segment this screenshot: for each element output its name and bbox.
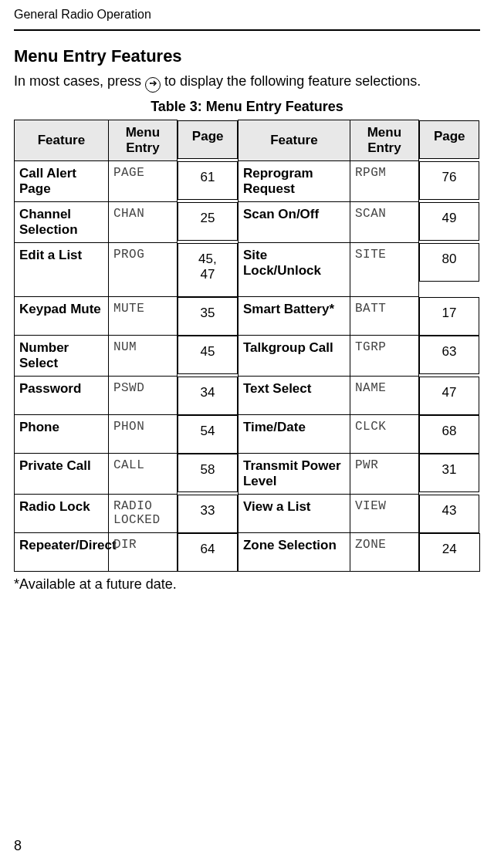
cell-feature: Talkgroup Call (238, 336, 350, 377)
cell-feature: Scan On/Off (238, 202, 350, 243)
col-menuentry-2: Menu Entry (350, 120, 418, 161)
cell-feature: Number Select (15, 336, 109, 377)
table-caption: Table 3: Menu Entry Features (14, 99, 480, 115)
cell-menu-entry: SCAN (350, 202, 418, 243)
cell-page: 45, 47 (178, 243, 238, 297)
cell-menu-entry: NAME (350, 377, 418, 415)
cell-feature: Radio Lock (15, 495, 109, 533)
cell-feature: Keypad Mute (15, 297, 109, 336)
page-number: 8 (14, 838, 480, 854)
table-row: Edit a ListPROG45, 47Site Lock/UnlockSIT… (15, 243, 480, 297)
col-menuentry-1: Menu Entry (108, 120, 177, 161)
horizontal-rule (14, 29, 480, 31)
cell-menu-entry: RADIO LOCKED (108, 495, 177, 533)
intro-text: In most cases, press to display the foll… (14, 71, 480, 93)
cell-menu-entry: PHON (108, 415, 177, 454)
cell-menu-entry: CHAN (108, 202, 177, 243)
cell-page: 63 (419, 336, 479, 374)
cell-feature: Site Lock/Unlock (238, 243, 350, 297)
cell-menu-entry: CALL (108, 454, 177, 495)
cell-feature: Zone Selection (238, 533, 350, 572)
cell-page: 64 (178, 533, 238, 572)
col-page-1: Page (178, 120, 238, 159)
cell-page: 68 (419, 415, 479, 454)
document-page: General Radio Operation Menu Entry Featu… (0, 0, 494, 868)
table-header-row: Feature Menu Entry Page Feature Menu Ent… (15, 120, 480, 161)
table-row: Repeater/DirectDIR64Zone SelectionZONE24 (15, 533, 480, 572)
cell-page: 61 (178, 161, 238, 200)
cell-page: 17 (419, 297, 479, 336)
cell-feature: Call Alert Page (15, 161, 109, 202)
cell-menu-entry: ZONE (350, 533, 418, 572)
cell-page: 33 (178, 495, 238, 533)
cell-page: 45 (178, 336, 238, 374)
cell-menu-entry: PSWD (108, 377, 177, 415)
cell-page: 76 (419, 161, 479, 200)
cell-page: 58 (178, 454, 238, 492)
cell-menu-entry: PROG (108, 243, 177, 297)
cell-menu-entry: VIEW (350, 495, 418, 533)
cell-menu-entry: CLCK (350, 415, 418, 454)
running-head: General Radio Operation (14, 8, 480, 29)
cell-page: 35 (178, 297, 238, 336)
cell-menu-entry: DIR (108, 533, 177, 572)
cell-feature: View a List (238, 495, 350, 533)
cell-feature: Transmit Power Level (238, 454, 350, 495)
cell-menu-entry: TGRP (350, 336, 418, 377)
col-feature-2: Feature (238, 120, 350, 161)
menu-entry-features-table: Feature Menu Entry Page Feature Menu Ent… (14, 120, 480, 572)
cell-feature: Channel Selection (15, 202, 109, 243)
cell-feature: Text Select (238, 377, 350, 415)
cell-feature: Repeater/Direct (15, 533, 109, 572)
cell-feature: Reprogram Request (238, 161, 350, 202)
cell-page: 24 (419, 533, 480, 572)
table-row: Channel SelectionCHAN25Scan On/OffSCAN49 (15, 202, 480, 243)
cell-feature: Private Call (15, 454, 109, 495)
table-row: Private CallCALL58Transmit Power LevelPW… (15, 454, 480, 495)
table-row: PasswordPSWD34Text SelectNAME47 (15, 377, 480, 415)
cell-page: 80 (419, 243, 479, 282)
cell-menu-entry: RPGM (350, 161, 418, 202)
cell-menu-entry: BATT (350, 297, 418, 336)
cell-feature: Edit a List (15, 243, 109, 297)
cell-feature: Phone (15, 415, 109, 454)
intro-pre: In most cases, press (14, 73, 145, 89)
u-select-icon (145, 71, 161, 93)
cell-menu-entry: SITE (350, 243, 418, 297)
cell-feature: Time/Date (238, 415, 350, 454)
table-row: Call Alert PagePAGE61Reprogram RequestRP… (15, 161, 480, 202)
cell-menu-entry: PWR (350, 454, 418, 495)
col-page-2: Page (419, 120, 479, 159)
cell-page: 43 (419, 495, 479, 533)
intro-post: to display the following feature selecti… (164, 73, 421, 89)
cell-menu-entry: MUTE (108, 297, 177, 336)
cell-page: 31 (419, 454, 479, 492)
table-row: Keypad MuteMUTE35Smart Battery*BATT17 (15, 297, 480, 336)
cell-menu-entry: PAGE (108, 161, 177, 202)
cell-feature: Password (15, 377, 109, 415)
cell-page: 47 (419, 377, 479, 415)
cell-page: 49 (419, 202, 479, 241)
cell-page: 54 (178, 415, 238, 454)
cell-menu-entry: NUM (108, 336, 177, 377)
table-footnote: *Available at a future date. (14, 576, 480, 593)
cell-page: 34 (178, 377, 238, 415)
table-row: PhonePHON54Time/DateCLCK68 (15, 415, 480, 454)
table-row: Number SelectNUM45Talkgroup CallTGRP63 (15, 336, 480, 377)
table-row: Radio LockRADIO LOCKED33View a ListVIEW4… (15, 495, 480, 533)
svg-point-0 (150, 83, 151, 84)
cell-feature: Smart Battery* (238, 297, 350, 336)
col-feature-1: Feature (15, 120, 109, 161)
section-title: Menu Entry Features (14, 46, 480, 66)
cell-page: 25 (178, 202, 238, 241)
